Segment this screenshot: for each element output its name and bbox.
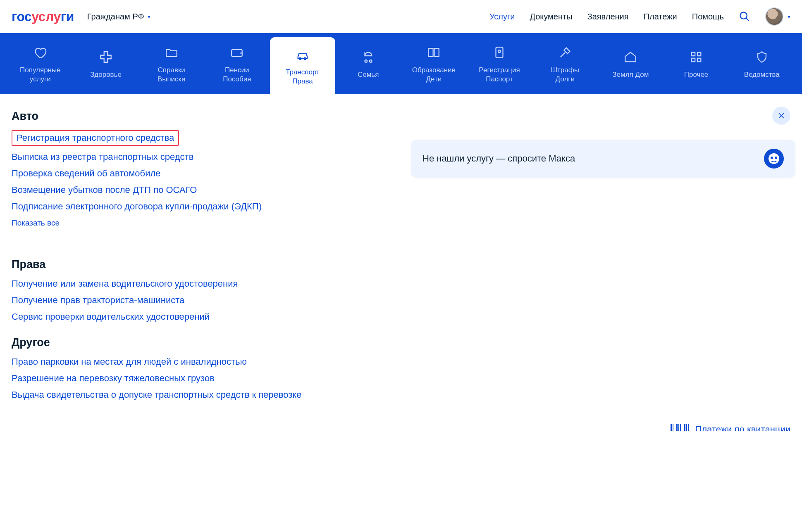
logo-part-us: услу bbox=[31, 9, 61, 24]
svg-point-0 bbox=[740, 12, 747, 19]
assist-bot-icon bbox=[764, 149, 784, 169]
service-link[interactable]: Регистрация транспортного средства bbox=[12, 130, 179, 146]
citizens-dropdown[interactable]: Гражданам РФ ▾ bbox=[87, 12, 150, 21]
nav-applications[interactable]: Заявления bbox=[587, 12, 629, 21]
category-health[interactable]: Здоровье bbox=[73, 33, 139, 94]
header: госуслуги Гражданам РФ ▾ Услуги Документ… bbox=[0, 0, 802, 33]
svg-line-1 bbox=[746, 18, 749, 21]
svg-point-5 bbox=[365, 60, 367, 62]
logo-part-gos: гос bbox=[12, 9, 31, 24]
folder-icon bbox=[165, 45, 179, 62]
book-icon bbox=[427, 45, 441, 62]
health-icon bbox=[99, 50, 113, 66]
category-car[interactable]: Транспорт Права bbox=[270, 37, 336, 94]
emblem-icon bbox=[755, 50, 769, 66]
service-link[interactable]: Получение или замена водительского удост… bbox=[12, 278, 238, 289]
service-link[interactable]: Сервис проверки водительских удостоверен… bbox=[12, 311, 210, 322]
category-label: Здоровье bbox=[90, 70, 122, 79]
service-link[interactable]: Выписка из реестра транспортных средств bbox=[12, 152, 193, 162]
section-other: Другое Право парковки на местах для люде… bbox=[12, 336, 790, 400]
home-icon bbox=[623, 50, 637, 66]
logo-part-gi: ги bbox=[61, 9, 74, 24]
gavel-icon bbox=[558, 45, 572, 62]
service-link[interactable]: Выдача свидетельства о допуске транспорт… bbox=[12, 390, 301, 400]
category-heart[interactable]: Популярные услуги bbox=[7, 33, 73, 94]
search-icon[interactable] bbox=[739, 11, 750, 22]
assist-text: Не нашли услугу — спросите Макса bbox=[422, 153, 575, 164]
category-passport[interactable]: Регистрация Паспорт bbox=[467, 33, 532, 94]
car-icon bbox=[296, 48, 310, 64]
category-book[interactable]: Образование Дети bbox=[401, 33, 467, 94]
svg-point-18 bbox=[775, 157, 777, 159]
section-title-prava: Права bbox=[12, 258, 790, 271]
show-all-link[interactable]: Показать все bbox=[12, 218, 60, 228]
category-label: Прочее bbox=[684, 70, 709, 79]
heart-icon bbox=[33, 45, 47, 62]
category-label: Справки Выписки bbox=[158, 66, 186, 83]
section-title-other: Другое bbox=[12, 336, 790, 349]
assist-max-box[interactable]: Не нашли услугу — спросите Макса bbox=[411, 140, 795, 178]
category-label: Земля Дом bbox=[612, 70, 649, 79]
content: Не нашли услугу — спросите Макса Авто Ре… bbox=[0, 94, 802, 431]
svg-point-17 bbox=[771, 157, 773, 159]
section-title-auto: Авто bbox=[12, 110, 790, 123]
chevron-down-icon: ▾ bbox=[788, 13, 790, 20]
chevron-down-icon: ▾ bbox=[148, 13, 150, 20]
nav-help[interactable]: Помощь bbox=[692, 12, 724, 21]
payments-by-receipt[interactable]: Платежи по квитанции bbox=[671, 424, 790, 431]
category-gavel[interactable]: Штрафы Долги bbox=[532, 33, 598, 94]
category-folder[interactable]: Справки Выписки bbox=[138, 33, 204, 94]
svg-point-6 bbox=[370, 60, 372, 62]
nav-documents[interactable]: Документы bbox=[530, 12, 572, 21]
svg-point-16 bbox=[769, 153, 779, 164]
service-link[interactable]: Возмещение убытков после ДТП по ОСАГО bbox=[12, 185, 197, 195]
category-wallet[interactable]: Пенсии Пособия bbox=[204, 33, 270, 94]
svg-rect-12 bbox=[697, 58, 701, 62]
nav-payments[interactable]: Платежи bbox=[644, 12, 677, 21]
category-label: Ведомства bbox=[744, 70, 780, 79]
category-label: Образование Дети bbox=[412, 66, 456, 83]
category-label: Штрафы Долги bbox=[551, 66, 579, 83]
svg-rect-11 bbox=[692, 58, 695, 62]
logo[interactable]: госуслуги bbox=[12, 9, 74, 24]
category-grid[interactable]: Прочее bbox=[664, 33, 729, 94]
user-menu[interactable]: ▾ bbox=[765, 7, 790, 26]
category-stroller[interactable]: Семья bbox=[335, 33, 401, 94]
category-label: Популярные услуги bbox=[20, 66, 61, 83]
citizens-label: Гражданам РФ bbox=[87, 12, 144, 21]
section-prava: Права Получение или замена водительского… bbox=[12, 258, 790, 322]
avatar bbox=[765, 7, 783, 26]
payments-label: Платежи по квитанции bbox=[695, 424, 790, 431]
service-link[interactable]: Подписание электронного договора купли-п… bbox=[12, 201, 262, 212]
category-bar: Популярные услугиЗдоровьеСправки Выписки… bbox=[0, 33, 802, 94]
category-home[interactable]: Земля Дом bbox=[598, 33, 664, 94]
category-label: Семья bbox=[358, 70, 379, 79]
stroller-icon bbox=[361, 50, 375, 66]
nav-services[interactable]: Услуги bbox=[489, 12, 515, 21]
service-link[interactable]: Получение прав тракториста-машиниста bbox=[12, 295, 184, 306]
barcode-icon bbox=[671, 424, 689, 431]
wallet-icon bbox=[230, 45, 244, 62]
close-icon[interactable] bbox=[772, 107, 790, 125]
category-emblem[interactable]: Ведомства bbox=[729, 33, 795, 94]
service-link[interactable]: Проверка сведений об автомобиле bbox=[12, 168, 161, 179]
category-label: Регистрация Паспорт bbox=[479, 66, 520, 83]
service-link[interactable]: Право парковки на местах для людей с инв… bbox=[12, 356, 247, 367]
svg-point-8 bbox=[498, 50, 501, 52]
grid-icon bbox=[689, 50, 703, 66]
category-label: Транспорт Права bbox=[286, 68, 320, 86]
service-link[interactable]: Разрешение на перевозку тяжеловесных гру… bbox=[12, 373, 215, 384]
svg-rect-10 bbox=[697, 52, 701, 56]
passport-icon bbox=[492, 45, 506, 62]
category-label: Пенсии Пособия bbox=[223, 66, 251, 83]
svg-rect-9 bbox=[692, 52, 695, 56]
header-nav: Услуги Документы Заявления Платежи Помощ… bbox=[489, 7, 790, 26]
